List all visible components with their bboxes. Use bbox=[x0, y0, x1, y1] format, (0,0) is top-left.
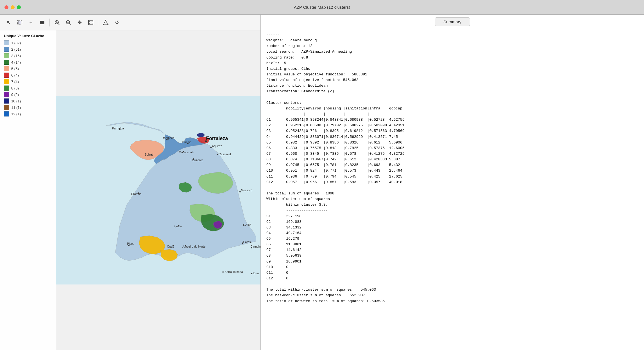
legend-item-12: 12 (1) bbox=[4, 111, 52, 116]
legend-item-6: 6 (4) bbox=[4, 73, 52, 78]
legend-swatch-11 bbox=[4, 105, 9, 110]
map-container[interactable]: Fortaleza Caucaia Aquiraz Cascavel Marac… bbox=[56, 30, 260, 350]
maximize-button[interactable] bbox=[17, 5, 21, 9]
legend-items: 1 (82)2 (51)3 (16)4 (14)5 (5)6 (4)7 (4)8… bbox=[4, 40, 52, 116]
zoom-in-tool[interactable] bbox=[52, 17, 62, 28]
summary-tab[interactable]: Summary bbox=[435, 17, 470, 26]
label-aquiraz: Aquiraz bbox=[212, 144, 222, 148]
legend-swatch-9 bbox=[4, 92, 9, 97]
legend-label-2: 2 (51) bbox=[11, 47, 21, 51]
legend-item-10: 10 (1) bbox=[4, 98, 52, 104]
svg-point-14 bbox=[105, 20, 106, 21]
zoom-out-tool[interactable] bbox=[63, 17, 73, 28]
label-picos: Picos bbox=[127, 242, 134, 245]
city-dot-serratalhada bbox=[222, 271, 224, 273]
legend-label-3: 3 (16) bbox=[11, 54, 21, 58]
legend-label-12: 12 (1) bbox=[11, 112, 21, 116]
label-patos: Patos bbox=[243, 240, 251, 244]
label-crateus: Crateús bbox=[131, 192, 142, 196]
city-dot-aquiraz bbox=[210, 147, 212, 149]
svg-rect-3 bbox=[40, 22, 44, 23]
label-sobral: Sobral bbox=[145, 153, 153, 156]
svg-rect-2 bbox=[40, 23, 44, 24]
toolbar: ↖ ＋ ✥ ↺ bbox=[0, 15, 260, 30]
toolbar-separator-2 bbox=[98, 19, 98, 26]
toolbar-separator-1 bbox=[49, 19, 50, 26]
legend-swatch-12 bbox=[4, 111, 9, 116]
legend-label-1: 1 (82) bbox=[11, 41, 21, 45]
refresh-tool[interactable]: ↺ bbox=[112, 17, 122, 28]
label-serratalhada: Serra Talhada bbox=[225, 270, 243, 273]
legend-label-7: 7 (4) bbox=[11, 80, 19, 84]
label-fortaleza: Fortaleza bbox=[206, 136, 228, 141]
legend-swatch-3 bbox=[4, 53, 9, 58]
window-controls[interactable] bbox=[4, 5, 21, 9]
legend-label-8: 8 (3) bbox=[11, 86, 19, 90]
legend-label-10: 10 (1) bbox=[11, 99, 21, 103]
select-tool[interactable]: ↖ bbox=[3, 17, 13, 28]
legend-item-5: 5 (5) bbox=[4, 66, 52, 71]
legend-item-8: 8 (3) bbox=[4, 86, 52, 91]
label-cascavel: Cascavel bbox=[219, 152, 231, 156]
svg-marker-13 bbox=[103, 20, 108, 25]
svg-rect-4 bbox=[40, 21, 44, 22]
label-caucaia: Caucaia bbox=[181, 140, 192, 144]
select-region-tool[interactable] bbox=[15, 17, 25, 28]
fullextent-tool[interactable] bbox=[86, 17, 96, 28]
svg-line-6 bbox=[58, 23, 60, 25]
label-mossoro: Mossoró bbox=[241, 189, 252, 192]
svg-point-20 bbox=[251, 273, 252, 274]
svg-point-18 bbox=[128, 245, 130, 246]
pan-tool[interactable]: ✥ bbox=[74, 17, 85, 28]
legend-title: Unique Values: CLazhc bbox=[4, 34, 52, 38]
legend-label-11: 11 (1) bbox=[11, 106, 21, 110]
layers-tool[interactable] bbox=[37, 17, 47, 28]
label-horizonte: Horizonte bbox=[191, 158, 203, 162]
summary-header: Summary bbox=[261, 15, 644, 29]
map-svg[interactable]: Fortaleza Caucaia Aquiraz Cascavel Marac… bbox=[56, 30, 260, 350]
svg-point-15 bbox=[107, 24, 108, 25]
label-maracanau: Maracanaú bbox=[179, 151, 194, 154]
svg-line-10 bbox=[69, 23, 71, 25]
legend-swatch-10 bbox=[4, 98, 9, 104]
label-caico: Caicó bbox=[244, 223, 251, 226]
label-parnalba: Parnalba bbox=[112, 127, 124, 130]
legend-label-4: 4 (14) bbox=[11, 60, 21, 64]
svg-rect-1 bbox=[18, 21, 21, 24]
title-bar: AZP Cluster Map (12 clusters) bbox=[0, 0, 644, 15]
legend-swatch-5 bbox=[4, 66, 9, 71]
map-panel: ↖ ＋ ✥ ↺ bbox=[0, 15, 261, 350]
label-itapipoca: Itapipoca bbox=[162, 136, 174, 140]
close-button[interactable] bbox=[4, 5, 8, 9]
legend-item-1: 1 (82) bbox=[4, 40, 52, 45]
legend-item-11: 11 (1) bbox=[4, 105, 52, 110]
city-dot-mossoro bbox=[239, 191, 241, 192]
city-dot-cascavel bbox=[217, 154, 218, 155]
legend-swatch-1 bbox=[4, 40, 9, 45]
window-title: AZP Cluster Map (12 clusters) bbox=[294, 5, 350, 10]
svg-point-16 bbox=[103, 24, 104, 25]
svg-point-19 bbox=[251, 247, 252, 248]
legend-label-5: 5 (5) bbox=[11, 67, 19, 71]
legend-swatch-4 bbox=[4, 60, 9, 65]
legend-swatch-6 bbox=[4, 73, 9, 78]
legend-item-4: 4 (14) bbox=[4, 60, 52, 65]
add-tool[interactable]: ＋ bbox=[26, 17, 36, 28]
legend-label-9: 9 (2) bbox=[11, 93, 19, 97]
map-area: Unique Values: CLazhc 1 (82)2 (51)3 (16)… bbox=[0, 30, 260, 350]
minimize-button[interactable] bbox=[11, 5, 15, 9]
main-content: ↖ ＋ ✥ ↺ bbox=[0, 15, 644, 350]
summary-content: ------ Weights: ceara_merc_q Number of r… bbox=[261, 29, 644, 350]
legend-item-7: 7 (4) bbox=[4, 79, 52, 84]
summary-panel: Summary ------ Weights: ceara_merc_q Num… bbox=[261, 15, 644, 350]
legend-label-6: 6 (4) bbox=[11, 73, 19, 77]
legend-item-3: 3 (16) bbox=[4, 53, 52, 58]
legend-swatch-8 bbox=[4, 86, 9, 91]
label-crato: Crato bbox=[167, 245, 174, 248]
label-iguatu: Iguatu bbox=[174, 225, 182, 228]
legend-swatch-7 bbox=[4, 79, 9, 84]
select-shape-tool[interactable] bbox=[101, 17, 111, 28]
legend: Unique Values: CLazhc 1 (82)2 (51)3 (16)… bbox=[0, 30, 56, 350]
label-juazeiro: Juazeiro do Norte bbox=[182, 245, 205, 248]
legend-swatch-2 bbox=[4, 47, 9, 52]
